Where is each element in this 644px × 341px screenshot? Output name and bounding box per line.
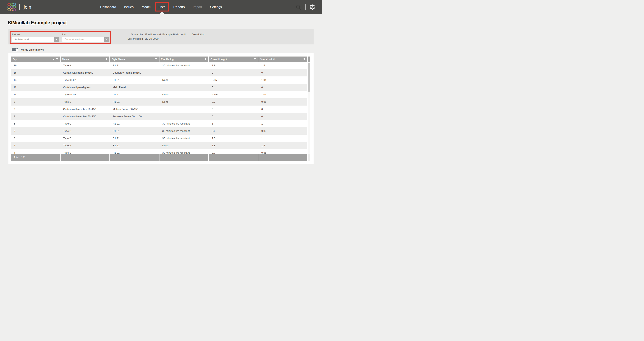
nav-item-label: Settings	[210, 5, 222, 9]
table-cell: None	[159, 91, 208, 98]
nav-item-label: Lists	[158, 5, 165, 9]
table-cell: 0.85	[258, 98, 308, 106]
table-cell: 1.5	[258, 142, 308, 149]
column-header-overall-height[interactable]: Overall Height	[209, 56, 258, 62]
filter-funnel-icon[interactable]	[303, 58, 306, 60]
merge-uniform-rows-label: Merge uniform rows	[21, 48, 44, 51]
table-row[interactable]: 4Type AR1 21None1.81.5	[11, 142, 307, 149]
table-cell: 0	[208, 69, 258, 76]
nav-item-dashboard[interactable]: Dashboard	[96, 0, 120, 14]
table-footer-row: Total : 171	[11, 154, 307, 161]
top-navbar: join DashboardIssuesModelListsReportsImp…	[0, 0, 322, 14]
filter-funnel-icon[interactable]	[204, 58, 206, 60]
merge-uniform-rows-toggle[interactable]	[12, 48, 18, 51]
column-header-style-name[interactable]: Style Name	[110, 56, 160, 62]
table-cell: R1 21	[109, 98, 159, 106]
table-row[interactable]: 12Curtain wall panel glassMain Panel00	[11, 84, 307, 91]
table-cell: 11	[11, 91, 60, 98]
table-cell: 14	[11, 76, 60, 84]
table-row[interactable]: 6Type CR1 2130 minutes fire resistant11	[11, 120, 307, 127]
table-row[interactable]: 8Curtain wall member 50x150Transom Frame…	[11, 113, 307, 120]
footer-cell	[160, 154, 209, 161]
last-modified-row: Last modified: 29-10-2020	[116, 36, 188, 41]
page-title: BIMcollab Example project	[8, 20, 322, 25]
bimcollab-app: join DashboardIssuesModelListsReportsImp…	[0, 0, 322, 164]
nav-item-lists[interactable]: Lists	[154, 0, 169, 14]
annotation-red-box-filters: List set Architectural List Doors & wind…	[10, 31, 111, 44]
table-cell: 2.6	[208, 127, 258, 135]
table-row[interactable]: 36Type AR1 2130 minutes fire resistant1.…	[11, 62, 307, 69]
table-row[interactable]: 8Curtain wall member 50x150Mullion Frame…	[11, 106, 307, 113]
header-scrollbar-stub	[308, 56, 310, 62]
table-cell: 12	[11, 84, 60, 91]
nav-item-reports[interactable]: Reports	[169, 0, 189, 14]
active-tab-pointer-icon	[160, 11, 164, 14]
list-selection-panel: List set Architectural List Doors & wind…	[8, 29, 314, 44]
list-field: List Doors & windows	[62, 33, 109, 43]
table-cell: 1.8	[208, 142, 258, 149]
column-header-fire-rating[interactable]: Fire Rating	[160, 56, 209, 62]
table-cell	[159, 69, 208, 76]
column-header-name[interactable]: Name	[60, 56, 110, 62]
filter-funnel-icon[interactable]	[56, 58, 58, 60]
settings-gear-icon[interactable]	[309, 4, 316, 10]
table-cell: R1 21	[109, 142, 159, 149]
table-cell: R1 21	[109, 127, 159, 135]
column-label: Fire Rating	[161, 58, 174, 61]
brand: join	[7, 3, 31, 11]
list-dropdown-button[interactable]	[104, 37, 109, 42]
table-row[interactable]: 14Type 00.02D1 21None2.3551.01	[11, 76, 307, 84]
table-row[interactable]: 5Type BR1 2130 minutes fire resistant2.6…	[11, 127, 307, 135]
search-icon[interactable]	[296, 4, 301, 10]
nav-item-issues[interactable]: Issues	[120, 0, 138, 14]
table-scrollbar[interactable]	[308, 62, 310, 154]
table-cell	[159, 113, 208, 120]
table-row[interactable]: 16Curtain wall frame 50x150Boundary Fram…	[11, 69, 307, 76]
table-cell: 8	[11, 113, 60, 120]
table-cell: 8	[11, 106, 60, 113]
table-cell: 2.355	[208, 91, 258, 98]
column-header-overall-width[interactable]: Overall Width	[258, 56, 307, 62]
column-label: Overall Width	[260, 58, 276, 61]
table-cell: 1.01	[258, 91, 308, 98]
table-cell: Type B	[60, 149, 109, 154]
table-cell: 1.5	[208, 135, 258, 142]
nav-item-model[interactable]: Model	[138, 0, 154, 14]
table-row[interactable]: 8Type BR1 21None2.70.85	[11, 98, 307, 106]
table-row[interactable]: 5Type DR1 2130 minutes fire resistant1.5…	[11, 135, 307, 142]
nav-item-import[interactable]: Import	[189, 0, 206, 14]
table-cell: R1 21	[109, 62, 159, 69]
table-row[interactable]: 4Type BR1 2130 minutes fire resistant2.7…	[11, 149, 307, 154]
list-set-label: List set	[12, 33, 59, 36]
table-cell: Curtain wall panel glass	[60, 84, 109, 91]
table-cell: 2.7	[208, 149, 258, 154]
column-header-qty[interactable]: Qty.	[11, 56, 60, 62]
scrollbar-thumb[interactable]	[308, 63, 310, 92]
brand-name: join	[24, 4, 31, 10]
nav-item-settings[interactable]: Settings	[206, 0, 226, 14]
table-cell: 1.01	[258, 76, 308, 84]
chevron-down-icon	[55, 37, 58, 40]
table-cell: None	[159, 98, 208, 106]
filter-funnel-icon[interactable]	[106, 58, 108, 60]
filter-funnel-icon[interactable]	[155, 58, 157, 60]
table-cell: D1 21	[109, 91, 159, 98]
list-set-dropdown-button[interactable]	[54, 37, 59, 42]
bimcollab-logo-icon[interactable]	[7, 3, 16, 11]
nav-item-label: Reports	[173, 5, 185, 9]
list-table: Qty.NameStyle NameFire RatingOverall Hei…	[11, 56, 307, 161]
table-cell: 5	[11, 135, 60, 142]
column-header-icons	[303, 58, 306, 60]
list-table-card: Qty.NameStyle NameFire RatingOverall Hei…	[8, 53, 314, 164]
filter-funnel-icon[interactable]	[254, 58, 256, 60]
table-cell: 5	[11, 127, 60, 135]
footer-cell	[60, 154, 110, 161]
column-label: Overall Height	[210, 58, 227, 61]
column-label: Name	[62, 58, 69, 61]
table-header-row: Qty.NameStyle NameFire RatingOverall Hei…	[11, 56, 307, 62]
column-label: Qty.	[13, 58, 17, 61]
list-set-value: Architectural	[12, 38, 54, 41]
table-row[interactable]: 11Type 01.02D1 21None2.3551.01	[11, 91, 307, 98]
list-set-dropdown[interactable]: Architectural	[12, 37, 59, 42]
list-dropdown[interactable]: Doors & windows	[62, 37, 109, 42]
